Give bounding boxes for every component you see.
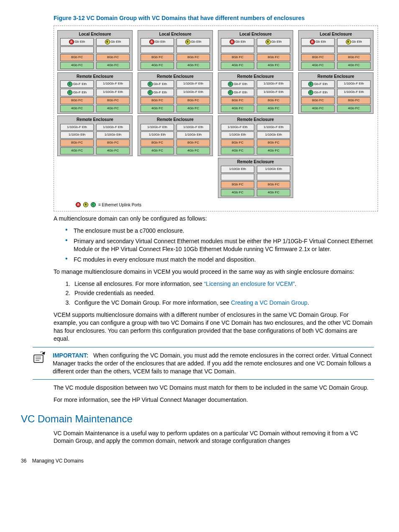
- page-footer: 36 Managing VC Domains: [21, 457, 378, 464]
- module-slot: 4Gb FC: [301, 62, 335, 69]
- step-2: Provide credentials as needed.: [72, 289, 374, 297]
- module-slot: 8Gb FC: [96, 139, 130, 146]
- step-1: License all enclosures. For more informa…: [72, 280, 374, 288]
- module-slot: CGb-F Eth: [141, 80, 174, 88]
- module-slot: [337, 46, 371, 53]
- para-maintenance: VC Domain Maintenance is a useful way to…: [54, 429, 374, 445]
- module-slot: 1/10Gb Eth: [176, 131, 210, 139]
- figure-caption: Figure 3-12 VC Domain Group with VC Doma…: [54, 14, 378, 22]
- module-slot: [301, 46, 335, 53]
- para-intro: A multienclosure domain can only be conf…: [54, 215, 374, 223]
- module-slot: 4Gb FC: [221, 62, 254, 69]
- module-slot: 4Gb FC: [60, 147, 94, 154]
- module-slot: AGb Eth: [221, 38, 254, 46]
- bullet-item: FC modules in every enclosure must match…: [65, 256, 374, 264]
- module-slot: 4Gb FC: [257, 189, 290, 196]
- module-slot: 8Gb FC: [257, 181, 290, 188]
- module-slot: CGb-F Eth: [60, 89, 94, 96]
- module-slot: 1/10Gb-F Eth: [176, 89, 210, 96]
- module-slot: CGb-F Eth: [60, 80, 94, 88]
- module-slot: 4Gb FC: [96, 147, 130, 154]
- module-slot: 1/10Gb Eth: [60, 131, 94, 139]
- module-slot: 4Gb FC: [176, 147, 210, 154]
- module-slot: 4Gb FC: [60, 62, 94, 69]
- module-slot: 4Gb FC: [221, 189, 254, 196]
- module-slot: 8Gb FC: [301, 54, 335, 61]
- module-slot: 8Gb FC: [96, 97, 130, 104]
- module-slot: 4Gb FC: [301, 105, 335, 112]
- module-slot: AGb Eth: [60, 38, 94, 46]
- module-slot: 1/10Gb Eth: [221, 166, 254, 173]
- module-slot: 4Gb FC: [141, 105, 174, 112]
- para-moreinfo: For more information, see the HP Virtual…: [54, 396, 374, 404]
- link-create-group[interactable]: Creating a VC Domain Group: [231, 299, 307, 306]
- enclosure: Remote EnclosureCGb-F Eth1/10Gb-F EthCGb…: [218, 72, 293, 114]
- module-slot: 4Gb FC: [141, 62, 174, 69]
- enclosure: Remote Enclosure1/10Gb-F Eth1/10Gb-F Eth…: [218, 116, 293, 156]
- module-slot: 8Gb FC: [60, 139, 94, 146]
- bullet-item: Primary and secondary Virtual Connect Et…: [65, 237, 374, 253]
- module-slot: 1/10Gb-F Eth: [176, 124, 210, 131]
- module-slot: [176, 46, 210, 53]
- enclosure: Remote Enclosure1/10Gb-F Eth1/10Gb-F Eth…: [138, 116, 213, 156]
- para-steps-intro: To manage multienclosure domains in VCEM…: [54, 268, 374, 276]
- module-slot: 4Gb FC: [221, 147, 254, 154]
- enclosure: Remote Enclosure1/10Gb Eth1/10Gb Eth8Gb …: [218, 158, 293, 198]
- module-slot: 1/10Gb Eth: [257, 131, 290, 139]
- module-slot: 4Gb FC: [176, 62, 210, 69]
- module-slot: 4Gb FC: [337, 105, 371, 112]
- module-slot: 1/10Gb-F Eth: [96, 89, 130, 96]
- module-slot: 1/10Gb-F Eth: [221, 124, 254, 131]
- module-slot: 8Gb FC: [141, 139, 174, 146]
- module-slot: 8Gb FC: [60, 97, 94, 104]
- module-slot: 1/10Gb-F Eth: [257, 80, 290, 88]
- note-text: When configuring the VC Domain, you must…: [53, 352, 372, 375]
- enclosure: Remote EnclosureCGb-F Eth1/10Gb-F EthCGb…: [138, 72, 213, 114]
- module-slot: CGb-F Eth: [221, 89, 254, 96]
- module-slot: 1/10Gb Eth: [221, 131, 254, 139]
- module-slot: 8Gb FC: [221, 97, 254, 104]
- module-slot: BGb Eth: [176, 38, 210, 46]
- link-licensing[interactable]: “Licensing an enclosure for VCEM”: [204, 280, 295, 287]
- module-slot: CGb-F Eth: [301, 89, 335, 96]
- module-slot: 8Gb FC: [257, 139, 290, 146]
- module-slot: 8Gb FC: [176, 54, 210, 61]
- module-slot: 1/10Gb-F Eth: [141, 124, 174, 131]
- enclosure: Remote EnclosureCGb-F Eth1/10Gb-F EthCGb…: [57, 72, 133, 114]
- module-slot: 4Gb FC: [60, 105, 94, 112]
- module-slot: [221, 174, 254, 180]
- module-slot: 1/10Gb-F Eth: [60, 124, 94, 131]
- module-slot: 1/10Gb-F Eth: [337, 89, 371, 96]
- para-disposition: The VC module disposition between two VC…: [54, 384, 374, 392]
- module-slot: BGb Eth: [96, 38, 130, 46]
- module-slot: 8Gb FC: [221, 181, 254, 188]
- module-slot: 8Gb FC: [257, 54, 290, 61]
- module-slot: 4Gb FC: [257, 62, 290, 69]
- section-heading: VC Domain Maintenance: [21, 412, 378, 426]
- module-slot: 1/10Gb-F Eth: [176, 80, 210, 88]
- module-slot: BGb Eth: [257, 38, 290, 46]
- module-slot: [141, 46, 174, 53]
- enclosure: Remote EnclosureCGb-F Eth1/10Gb-F EthCGb…: [298, 72, 373, 114]
- module-slot: 8Gb FC: [221, 139, 254, 146]
- module-slot: 8Gb FC: [337, 97, 371, 104]
- module-slot: 8Gb FC: [60, 54, 94, 61]
- figure-diagram: Local EnclosureAGb EthBGb Eth8Gb FC8Gb F…: [54, 26, 378, 211]
- module-slot: 4Gb FC: [176, 105, 210, 112]
- module-slot: 4Gb FC: [257, 105, 290, 112]
- module-slot: [60, 46, 94, 53]
- module-slot: 8Gb FC: [141, 54, 174, 61]
- module-slot: 4Gb FC: [257, 147, 290, 154]
- bullet-list: The enclosure must be a c7000 enclosure.…: [54, 227, 374, 264]
- module-slot: BGb Eth: [337, 38, 371, 46]
- note-label: IMPORTANT:: [53, 352, 88, 359]
- module-slot: 4Gb FC: [96, 105, 130, 112]
- module-slot: CGb-F Eth: [301, 80, 335, 88]
- module-slot: 4Gb FC: [337, 62, 371, 69]
- important-note: IMPORTANT: When configuring the VC Domai…: [33, 347, 374, 380]
- module-slot: 8Gb FC: [221, 54, 254, 61]
- module-slot: [257, 174, 290, 180]
- module-slot: [221, 46, 254, 53]
- module-slot: AGb Eth: [301, 38, 335, 46]
- module-slot: 8Gb FC: [141, 97, 174, 104]
